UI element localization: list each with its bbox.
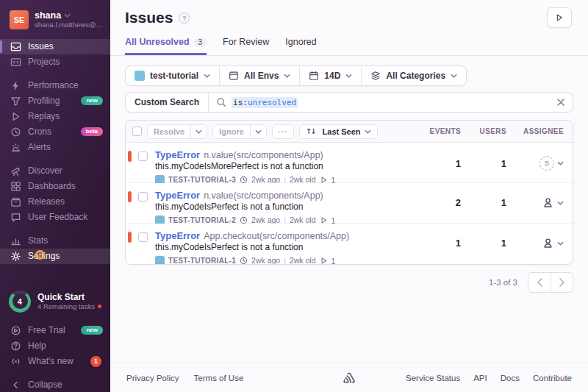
sidebar-item-settings[interactable]: Settings	[0, 249, 110, 264]
issue-row[interactable]: TypeErrorn.value(src/components/App) thi…	[126, 183, 573, 224]
clock-icon	[10, 126, 21, 138]
sidebar-item-help[interactable]: Help	[0, 338, 110, 354]
sidebar-item-releases[interactable]: Releases	[0, 194, 110, 210]
grid-icon	[10, 181, 21, 192]
chevron-down-icon	[345, 74, 352, 78]
clock-icon	[240, 257, 248, 265]
active-accent-bar	[0, 40, 2, 53]
sidebar-item-stats[interactable]: Stats	[0, 233, 110, 249]
chevron-down-icon	[557, 201, 564, 205]
quick-start[interactable]: 4 Quick Start 4 Remaining tasks	[0, 291, 110, 313]
privacy-policy-link[interactable]: Privacy Policy	[126, 374, 179, 382]
sidebar-item-performance[interactable]: Performance	[0, 78, 110, 93]
issue-summary: TypeErrorn.value(src/components/App) thi…	[155, 149, 409, 185]
terms-of-use-link[interactable]: Terms of Use	[194, 374, 244, 382]
issues-toolbar: Resolve Ignore ··· ↑↓ Last Seen	[126, 121, 573, 143]
chevron-left-icon	[10, 379, 21, 391]
select-all-checkbox[interactable]	[132, 126, 142, 136]
issue-title-link[interactable]: TypeError	[155, 230, 200, 241]
sidebar-item-label: Crons	[28, 126, 51, 137]
sidebar-collapse-button[interactable]: Collapse	[0, 378, 110, 392]
sidebar-item-free-trial[interactable]: Free Trial new	[0, 323, 110, 338]
app-window: SE shana shana.l.matthews@… Issues Proje…	[0, 0, 588, 392]
date-range-filter[interactable]: 14D	[300, 66, 362, 85]
previous-page-button[interactable]	[528, 273, 551, 292]
tab-for-review[interactable]: For Review	[223, 37, 269, 55]
environment-filter[interactable]: All Envs	[220, 66, 300, 85]
issue-culprit: App.checkout(src/components/App)	[204, 231, 349, 241]
user-menu[interactable]: SE shana shana.l.matthews@…	[0, 0, 110, 31]
help-icon[interactable]: ?	[179, 13, 190, 24]
layers-icon	[370, 71, 381, 81]
row-checkbox[interactable]	[138, 152, 148, 161]
projects-icon	[10, 57, 21, 68]
chat-bubble-icon	[10, 212, 21, 223]
sidebar-item-label: Performance	[28, 80, 79, 90]
tab-all-unresolved[interactable]: All Unresolved 3	[125, 37, 207, 55]
project-filter-label: test-tutorial	[150, 71, 198, 81]
sidebar-item-profiling[interactable]: Profiling new	[0, 93, 110, 109]
resolve-button[interactable]: Resolve	[147, 124, 207, 139]
issue-summary: TypeErrorApp.checkout(src/components/App…	[155, 230, 409, 265]
archive-box-icon	[10, 196, 21, 207]
users-count: 1	[461, 238, 506, 249]
avatar: SE	[10, 10, 29, 29]
tab-ignored[interactable]: Ignored	[285, 37, 316, 55]
sidebar-item-label: Help	[28, 341, 46, 351]
pagination-buttons	[528, 272, 573, 293]
token-value: unresolved	[248, 98, 296, 107]
question-circle-icon	[10, 341, 21, 352]
categories-filter[interactable]: All Categories	[362, 66, 466, 85]
sidebar-item-label: User Feedback	[28, 212, 87, 222]
replay-tour-button[interactable]	[547, 7, 572, 28]
assignee-dropdown[interactable]: S	[506, 156, 564, 171]
docs-link[interactable]: Docs	[501, 374, 520, 382]
play-icon	[10, 111, 21, 122]
replay-play-icon	[320, 257, 328, 265]
clear-search-icon[interactable]	[556, 98, 565, 107]
service-status-link[interactable]: Service Status	[406, 374, 460, 382]
search-bar[interactable]: Custom Search is:unresolved	[125, 92, 573, 113]
sidebar-group-bottom: Free Trial new Help What's new 1	[0, 323, 110, 369]
sidebar-item-whats-new[interactable]: What's new 1	[0, 354, 110, 369]
tab-label: All Unresolved	[125, 37, 190, 47]
next-page-button[interactable]	[551, 273, 573, 292]
api-link[interactable]: API	[473, 374, 487, 382]
assignee-dropdown[interactable]	[506, 196, 564, 209]
sidebar-item-crons[interactable]: Crons beta	[0, 124, 110, 140]
sort-button[interactable]: ↑↓ Last Seen	[299, 124, 378, 139]
assignee-dropdown[interactable]	[506, 237, 564, 249]
issue-stats: 2 1	[409, 190, 564, 209]
ignore-button[interactable]: Ignore	[212, 124, 267, 139]
telescope-icon	[10, 165, 21, 177]
issue-row[interactable]: TypeErrorApp.checkout(src/components/App…	[126, 224, 573, 264]
sidebar-item-discover[interactable]: Discover	[0, 163, 110, 179]
quick-start-title: Quick Start	[37, 292, 101, 302]
search-token[interactable]: is:unresolved	[232, 97, 298, 108]
sidebar-item-dashboards[interactable]: Dashboards	[0, 179, 110, 194]
more-actions-button[interactable]: ···	[272, 124, 294, 139]
categories-filter-label: All Categories	[386, 71, 445, 81]
sidebar-item-alerts[interactable]: Alerts	[0, 140, 110, 155]
contribute-link[interactable]: Contribute	[533, 374, 572, 382]
token-key: is:	[233, 98, 248, 107]
sidebar-item-projects[interactable]: Projects	[0, 54, 110, 70]
issue-row[interactable]: TypeErrorn.value(src/components/App) thi…	[126, 143, 573, 183]
issue-culprit: n.value(src/components/App)	[204, 150, 323, 160]
sidebar: SE shana shana.l.matthews@… Issues Proje…	[0, 0, 110, 392]
sidebar-item-replays[interactable]: Replays	[0, 109, 110, 124]
row-checkbox[interactable]	[138, 192, 148, 202]
sidebar-item-label: What's new	[28, 356, 74, 366]
custom-search-button[interactable]: Custom Search	[126, 93, 209, 112]
person-icon	[542, 237, 554, 249]
project-filter[interactable]: test-tutorial	[126, 66, 220, 85]
sidebar-item-issues[interactable]: Issues	[0, 39, 110, 54]
issue-title-link[interactable]: TypeError	[155, 149, 200, 160]
sidebar-group-primary: Issues Projects	[0, 39, 110, 70]
progress-count: 4	[12, 293, 28, 309]
row-checkbox[interactable]	[138, 232, 148, 242]
issue-short-id: TEST-TUTORIAL-1	[168, 257, 236, 265]
collapse-label: Collapse	[28, 379, 62, 390]
issue-title-link[interactable]: TypeError	[155, 190, 200, 201]
sidebar-item-user-feedback[interactable]: User Feedback	[0, 210, 110, 225]
